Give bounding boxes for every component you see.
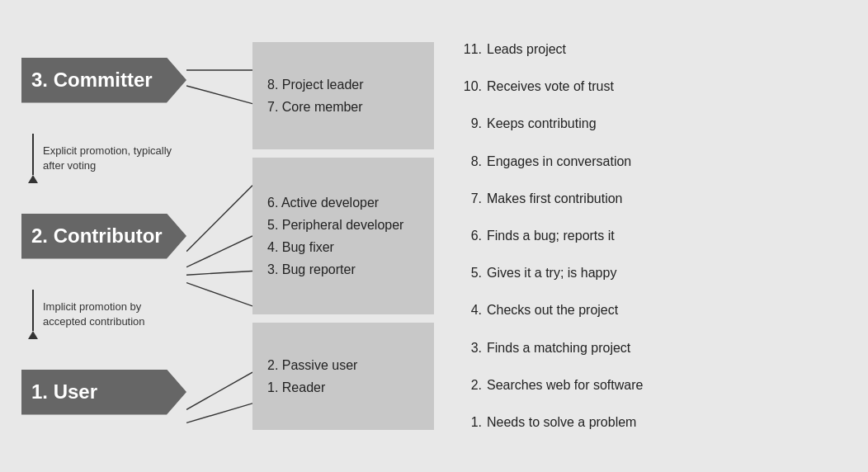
step-4-num: 4. [459,303,482,318]
step-3-text: Finds a matching project [487,341,630,356]
committer-box: 8. Project leader 7. Core member [252,42,434,149]
committer-item-1: 8. Project leader [267,73,419,96]
implicit-promotion-text: Implicit promotion by accepted contribut… [43,300,186,328]
step-1-text: Needs to solve a problem [487,415,636,430]
user-section: 1. User [21,370,186,415]
user-item-2: 1. Reader [267,376,419,399]
step-4: 4. Checks out the project [459,303,830,318]
svg-line-4 [186,271,252,275]
step-3: 3. Finds a matching project [459,341,830,356]
step-9-num: 9. [459,116,482,131]
step-11: 11. Leads project [459,42,830,57]
step-10-text: Receives vote of trust [487,79,614,94]
step-6-num: 6. [459,229,482,243]
committer-section: 3. Committer [21,58,186,103]
contributor-item-1: 6. Active developer [267,191,419,214]
diagram-container: 3. Committer Explicit promotion, typical… [13,13,855,459]
step-2-text: Searches web for software [487,378,643,393]
contributor-item-3: 4. Bug fixer [267,236,419,258]
user-item-1: 2. Passive user [267,354,419,376]
step-2-num: 2. [459,378,482,393]
connector-lines [186,30,252,442]
contributor-box: 6. Active developer 5. Peripheral develo… [252,158,434,314]
svg-line-1 [186,86,252,104]
step-11-num: 11. [459,42,482,57]
step-10-num: 10. [459,79,482,94]
step-1-num: 1. [459,415,482,430]
step-1: 1. Needs to solve a problem [459,415,830,430]
step-5-text: Gives it a try; is happy [487,266,616,281]
step-11-text: Leads project [487,42,566,57]
user-box: 2. Passive user 1. Reader [252,323,434,430]
step-8: 8. Engages in conversation [459,154,830,169]
step-8-num: 8. [459,154,482,169]
step-8-text: Engages in conversation [487,154,631,169]
contributor-section: 2. Contributor [21,214,186,259]
step-5-num: 5. [459,266,482,281]
explicit-promotion-text: Explicit promotion, typically after voti… [43,144,186,172]
step-4-text: Checks out the project [487,303,618,318]
contributor-item-4: 3. Bug reporter [267,258,419,281]
promotion-implicit: Implicit promotion by accepted contribut… [28,290,186,339]
committer-item-2: 7. Core member [267,96,419,118]
committer-label: 3. Committer [21,58,186,103]
promotion-explicit: Explicit promotion, typically after voti… [28,134,186,183]
step-7-text: Makes first contribution [487,191,623,206]
step-10: 10. Receives vote of trust [459,79,830,94]
step-9: 9. Keeps contributing [459,116,830,131]
contributor-label: 2. Contributor [21,214,186,259]
step-9-text: Keeps contributing [487,116,597,131]
svg-line-6 [186,372,252,409]
svg-line-7 [186,404,252,423]
svg-line-5 [186,283,252,306]
step-3-num: 3. [459,341,482,356]
step-6: 6. Finds a bug; reports it [459,229,830,243]
step-5: 5. Gives it a try; is happy [459,266,830,281]
step-2: 2. Searches web for software [459,378,830,393]
svg-line-3 [186,236,252,267]
user-label: 1. User [21,370,186,415]
step-7: 7. Makes first contribution [459,191,830,206]
svg-line-2 [186,186,252,252]
step-6-text: Finds a bug; reports it [487,229,615,243]
contributor-item-2: 5. Peripheral developer [267,214,419,236]
step-7-num: 7. [459,191,482,206]
